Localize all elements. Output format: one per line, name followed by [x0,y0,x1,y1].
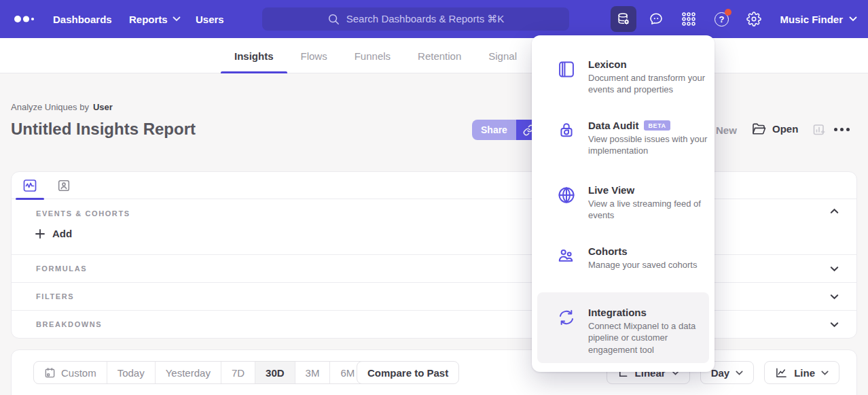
chevron-down-icon [849,16,857,22]
beta-badge: BETA [644,120,670,131]
range-label: 3M [306,367,320,379]
person-icon [56,178,71,193]
feedback-button[interactable] [640,0,672,38]
new-report-button[interactable]: New [716,124,737,136]
tab-funnels[interactable]: Funnels [341,38,404,73]
lexicon-book-icon [557,60,576,79]
tab-label: Retention [418,50,461,62]
section-filters[interactable]: FILTERS [12,282,856,310]
menu-item-data-audit[interactable]: Data Audit BETA View possible issues wit… [532,120,715,157]
range-label: Today [117,367,145,379]
data-management-dropdown: Lexicon Document and transform your even… [532,35,715,372]
share-button[interactable]: Share [472,120,516,140]
chart-type-dropdown[interactable]: Line [764,361,839,384]
section-formulas[interactable]: FORMULAS [12,254,856,282]
range-label: Yesterday [166,367,211,379]
query-builder-card: EVENTS & COHORTS Add FORMULAS FILTERS BR… [11,171,857,339]
navbar-right-cluster: ? Music Finder [607,0,857,38]
project-name: Music Finder [780,14,843,25]
chevron-down-icon [830,294,839,300]
menu-item-desc: View possible issues with your implement… [588,133,712,157]
chevron-down-icon [736,371,743,375]
report-context: Analyze Uniques by User [11,102,113,112]
nav-reports-label: Reports [129,14,168,25]
add-event-button[interactable]: Add [35,228,72,239]
chevron-down-icon [830,266,839,272]
mixpanel-app: Dashboards Reports Users Search Dashboar… [0,0,868,395]
apps-grid-icon [681,11,697,27]
menu-item-integrations[interactable]: Integrations Connect Mixpanel to a data … [532,307,715,356]
database-gear-icon [616,12,631,27]
menu-item-desc: Manage your saved cohorts [588,259,712,271]
integrations-sync-icon [557,308,576,327]
section-breakdowns[interactable]: BREAKDOWNS [12,310,856,338]
globe-icon [557,186,576,205]
nav-reports[interactable]: Reports [129,0,181,38]
tab-profiles-query[interactable] [50,172,78,199]
chevron-up-icon[interactable] [830,208,839,214]
section-events-cohorts[interactable]: EVENTS & COHORTS [36,209,130,218]
nav-users[interactable]: Users [196,0,224,38]
menu-item-live-view[interactable]: Live View View a live streaming feed of … [532,184,715,222]
tab-retention[interactable]: Retention [404,38,475,73]
nav-dashboards-label: Dashboards [53,14,112,25]
notification-dot [725,9,731,16]
range-custom[interactable]: Custom [34,362,107,383]
date-range-group: Custom Today Yesterday 7D 30D 3M 6M 12M [33,361,406,384]
tab-label: Flows [301,50,327,62]
menu-item-title: Data Audit [588,120,638,131]
context-label: Analyze Uniques by [11,102,89,112]
range-today[interactable]: Today [107,362,155,383]
range-label: 7D [232,367,245,379]
tab-label: Insights [234,50,274,62]
chat-bubble-icon [648,11,664,27]
tab-signal[interactable]: Signal [475,38,530,73]
apps-grid-button[interactable] [672,0,705,38]
tab-label: Signal [488,50,517,62]
range-yesterday[interactable]: Yesterday [155,362,221,383]
share-label: Share [481,124,507,135]
plus-icon [35,228,46,239]
range-3m[interactable]: 3M [295,362,330,383]
open-report-button[interactable]: Open [752,122,798,135]
cohorts-people-icon [557,247,576,266]
open-label: Open [772,123,798,135]
add-to-board-button[interactable] [812,123,826,137]
help-button[interactable]: ? [705,0,738,38]
chart-type-label: Line [794,367,815,379]
add-label: Add [52,228,72,239]
settings-button[interactable] [738,0,770,38]
compare-to-past-button[interactable]: Compare to Past [357,361,459,384]
menu-item-desc: Document and transform your events and p… [588,72,712,96]
top-navbar: Dashboards Reports Users Search Dashboar… [0,0,868,38]
report-title[interactable]: Untitled Insights Report [11,120,196,139]
activity-chart-icon [22,177,38,194]
search-input[interactable]: Search Dashboards & Reports ⌘K [262,7,569,31]
help-glyph: ? [719,14,725,24]
menu-item-cohorts[interactable]: Cohorts Manage your saved cohorts [532,245,715,271]
builder-icon-tabs [12,172,856,199]
search-placeholder: Search Dashboards & Reports ⌘K [346,13,505,25]
chevron-down-icon [830,322,839,328]
tab-insights[interactable]: Insights [221,38,287,73]
menu-item-title: Cohorts [588,245,628,257]
range-7d[interactable]: 7D [221,362,255,383]
tab-flows[interactable]: Flows [287,38,341,73]
interval-label: Day [711,367,730,379]
nav-dashboards[interactable]: Dashboards [53,0,112,38]
menu-item-desc: Connect Mixpanel to a data pipeline or c… [588,320,712,356]
menu-item-desc: View a live streaming feed of events [588,198,712,222]
chevron-down-icon [173,16,181,22]
compare-label: Compare to Past [367,367,448,379]
tab-events-query[interactable] [16,172,44,199]
mixpanel-logo-icon[interactable] [14,13,37,25]
project-switcher[interactable]: Music Finder [780,14,857,25]
range-label: Custom [61,367,96,379]
context-value[interactable]: User [93,102,113,112]
menu-item-lexicon[interactable]: Lexicon Document and transform your even… [532,58,715,96]
more-options-button[interactable] [834,128,850,131]
line-chart-icon [775,367,788,379]
range-30d[interactable]: 30D [255,362,295,383]
breakdowns-label: BREAKDOWNS [36,320,102,328]
data-management-button[interactable] [611,6,636,32]
